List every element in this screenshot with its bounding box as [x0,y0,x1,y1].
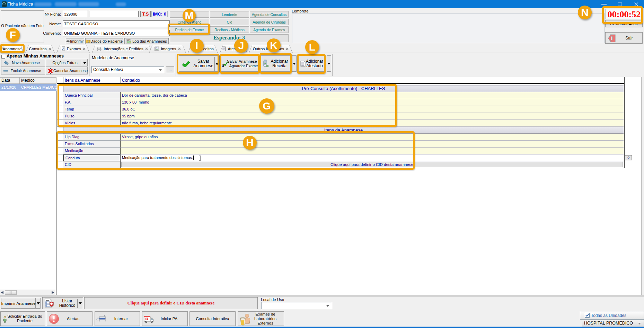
svg-text:ACT: ACT [127,39,130,41]
svg-text:LOG: LOG [127,41,131,43]
